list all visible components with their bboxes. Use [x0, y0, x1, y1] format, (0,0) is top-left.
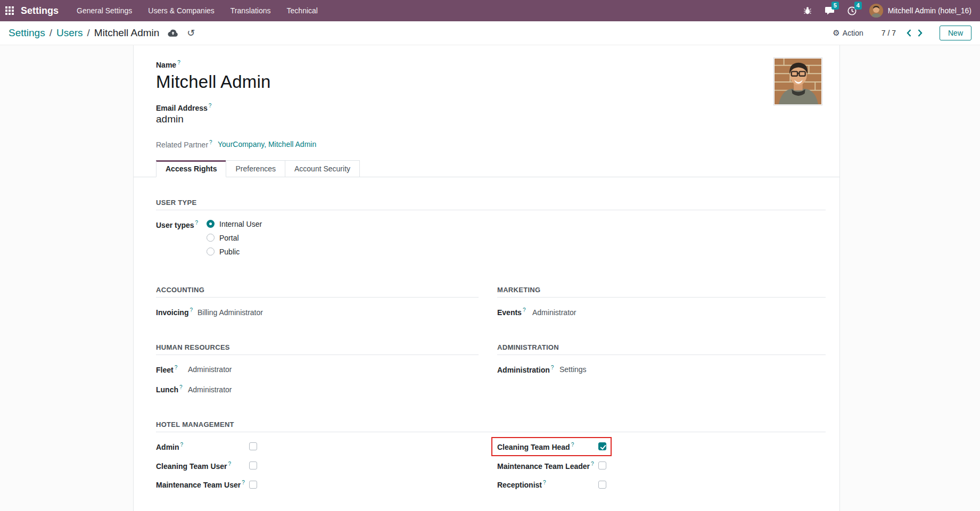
tab-access-rights[interactable]: Access Rights	[156, 160, 226, 177]
receptionist-checkbox[interactable]	[598, 481, 606, 489]
apps-menu-icon[interactable]	[5, 6, 14, 15]
pager-previous-button[interactable]	[903, 27, 915, 39]
user-avatar[interactable]	[869, 4, 883, 18]
help-icon: ?	[551, 365, 554, 370]
name-label: Name?	[156, 60, 825, 69]
messages-count-badge: 5	[831, 2, 839, 10]
section-user-type: USER TYPE User types? Internal User Port…	[156, 199, 825, 261]
messages-icon[interactable]: 5	[825, 6, 835, 15]
menu-translations[interactable]: Translations	[230, 6, 271, 15]
breadcrumb-settings[interactable]: Settings	[9, 27, 45, 39]
cleaning-team-user-checkbox[interactable]	[249, 461, 257, 469]
maintenance-team-user-checkbox[interactable]	[249, 481, 257, 489]
help-icon: ?	[228, 461, 232, 467]
field-cleaning-team-user: Cleaning Team User?	[156, 461, 479, 471]
menu-users-companies[interactable]: Users & Companies	[148, 6, 215, 15]
discard-undo-icon[interactable]: ↺	[187, 28, 195, 38]
pager-counter: 7 / 7	[882, 29, 896, 37]
field-cleaning-team-head: Cleaning Team Head?	[497, 442, 606, 451]
invoicing-label: Invoicing?	[156, 307, 197, 317]
app-name[interactable]: Settings	[21, 5, 59, 17]
help-icon: ?	[543, 480, 546, 485]
tab-account-security[interactable]: Account Security	[285, 160, 360, 177]
events-label: Events?	[497, 307, 532, 317]
help-icon: ?	[177, 60, 180, 65]
section-accounting: ACCOUNTING Invoicing? Billing Administra…	[156, 286, 479, 327]
radio-icon[interactable]	[207, 220, 215, 228]
fleet-label: Fleet?	[156, 365, 188, 374]
invoicing-value[interactable]: Billing Administrator	[197, 308, 263, 317]
form-sheet: Name? Mitchell Admin Email Address? admi…	[133, 45, 840, 511]
cleaning-team-head-label: Cleaning Team Head?	[497, 442, 598, 451]
radio-portal[interactable]: Portal	[207, 234, 262, 242]
action-menu-button[interactable]: ⚙ Action	[833, 28, 863, 38]
menu-general-settings[interactable]: General Settings	[77, 6, 132, 15]
activities-icon[interactable]: 4	[847, 6, 857, 15]
control-panel: Settings / Users / Mitchell Admin ↺ ⚙ Ac…	[0, 21, 980, 45]
lunch-value[interactable]: Administrator	[188, 385, 232, 394]
top-navbar: Settings General Settings Users & Compan…	[0, 0, 980, 21]
help-icon: ?	[180, 442, 184, 448]
field-receptionist: Receptionist?	[497, 480, 826, 489]
help-icon: ?	[209, 139, 212, 145]
radio-public[interactable]: Public	[207, 248, 262, 256]
action-label: Action	[843, 29, 863, 37]
fleet-value[interactable]: Administrator	[188, 365, 232, 374]
email-label: Email Address?	[156, 103, 825, 112]
breadcrumb-current: Mitchell Admin	[94, 27, 160, 39]
maintenance-team-user-label: Maintenance Team User?	[156, 480, 249, 489]
administration-value[interactable]: Settings	[559, 365, 587, 374]
section-title: HUMAN RESOURCES	[156, 343, 479, 355]
section-title: HOTEL MANAGEMENT	[156, 421, 826, 432]
help-icon: ?	[571, 442, 574, 448]
menu-technical[interactable]: Technical	[287, 6, 318, 15]
user-photo[interactable]	[773, 57, 822, 105]
help-icon: ?	[591, 461, 594, 467]
new-button[interactable]: New	[940, 26, 971, 40]
receptionist-label: Receptionist?	[497, 480, 598, 489]
email-field[interactable]: admin	[156, 113, 825, 125]
section-human-resources: HUMAN RESOURCES Fleet? Administrator Lun…	[156, 343, 479, 405]
administration-label: Administration?	[497, 365, 559, 374]
related-partner-label: Related Partner?	[156, 139, 218, 149]
user-types-label: User types?	[156, 220, 207, 261]
help-icon: ?	[195, 220, 199, 226]
pager-next-button[interactable]	[915, 27, 926, 39]
events-value[interactable]: Administrator	[532, 308, 576, 317]
tab-preferences[interactable]: Preferences	[226, 160, 285, 177]
help-icon: ?	[179, 384, 183, 390]
related-partner-link[interactable]: YourCompany, Mitchell Admin	[218, 140, 316, 149]
field-maintenance-team-user: Maintenance Team User?	[156, 480, 479, 489]
help-icon: ?	[209, 103, 212, 109]
section-title: ADMINISTRATION	[497, 343, 826, 355]
help-icon: ?	[523, 307, 526, 313]
radio-internal-user[interactable]: Internal User	[207, 220, 262, 228]
breadcrumb-separator: /	[87, 27, 90, 39]
cleaning-team-user-label: Cleaning Team User?	[156, 461, 249, 471]
bug-icon[interactable]	[803, 6, 812, 15]
name-field[interactable]: Mitchell Admin	[156, 72, 825, 92]
help-icon: ?	[242, 480, 245, 485]
notebook-tabs: Access Rights Preferences Account Securi…	[134, 160, 839, 177]
help-icon: ?	[175, 365, 178, 370]
user-menu[interactable]: Mitchell Admin (hotel_16)	[888, 6, 971, 15]
admin-checkbox[interactable]	[249, 442, 257, 450]
save-cloud-icon[interactable]	[168, 29, 178, 37]
radio-icon[interactable]	[207, 248, 215, 256]
breadcrumb-separator: /	[50, 27, 52, 39]
field-admin: Admin?	[156, 442, 479, 451]
section-hotel-management: HOTEL MANAGEMENT Admin? Cleaning Team Us…	[156, 421, 825, 499]
cleaning-team-head-checkbox[interactable]	[598, 442, 606, 450]
gear-icon: ⚙	[833, 28, 839, 38]
top-menu: General Settings Users & Companies Trans…	[77, 6, 334, 15]
section-title: USER TYPE	[156, 199, 826, 210]
section-administration: ADMINISTRATION Administration? Settings	[497, 343, 826, 405]
help-icon: ?	[190, 307, 193, 313]
maintenance-team-leader-checkbox[interactable]	[598, 461, 606, 469]
field-maintenance-team-leader: Maintenance Team Leader?	[497, 461, 826, 471]
admin-label: Admin?	[156, 442, 249, 451]
maintenance-team-leader-label: Maintenance Team Leader?	[497, 461, 598, 471]
radio-icon[interactable]	[207, 234, 215, 242]
lunch-label: Lunch?	[156, 384, 188, 394]
breadcrumb-users[interactable]: Users	[56, 27, 83, 39]
